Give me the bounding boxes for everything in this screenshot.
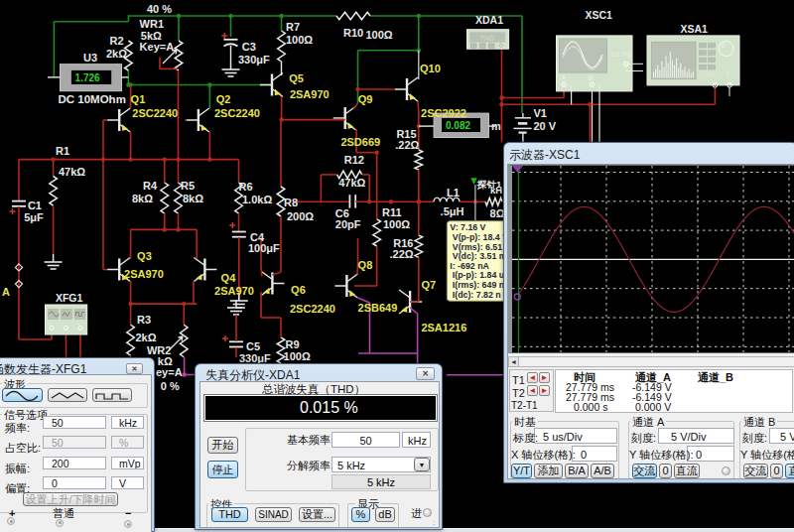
svg-text:1.0kΩ: 1.0kΩ <box>242 194 272 205</box>
svg-text:2SA970: 2SA970 <box>124 268 164 280</box>
svg-text:B: B <box>589 74 594 81</box>
svg-text:R4: R4 <box>143 180 158 192</box>
svg-text:R10: R10 <box>343 27 363 39</box>
svg-text:V(dc): 3.51 m: V(dc): 3.51 m <box>453 251 507 261</box>
svg-text:C1: C1 <box>28 200 42 211</box>
svg-text:XSC1: XSC1 <box>586 9 613 21</box>
svg-text:Q10: Q10 <box>420 63 441 74</box>
svg-text:20 V: 20 V <box>534 120 557 132</box>
svg-text:XFG1: XFG1 <box>56 292 83 304</box>
svg-text:2SC2922: 2SC2922 <box>421 107 466 119</box>
svg-text:.22Ω: .22Ω <box>390 248 414 260</box>
svg-text:330μF: 330μF <box>239 352 271 364</box>
svg-text:Q9: Q9 <box>358 93 373 105</box>
svg-text:Q4: Q4 <box>221 272 237 284</box>
svg-text:R3: R3 <box>137 314 151 326</box>
svg-text:Q1: Q1 <box>131 93 146 105</box>
svg-text:V: 7.16 V: V: 7.16 V <box>450 222 485 232</box>
svg-text:2SD669: 2SD669 <box>340 136 380 148</box>
svg-text:R9: R9 <box>286 338 300 350</box>
svg-text:Q7: Q7 <box>421 279 436 291</box>
svg-text:WR1: WR1 <box>140 18 164 30</box>
svg-text:200Ω: 200Ω <box>287 210 314 222</box>
svg-text:100Ω: 100Ω <box>286 34 313 46</box>
svg-text:R11: R11 <box>382 206 402 218</box>
svg-text:T: T <box>726 70 730 79</box>
svg-text:R12: R12 <box>344 154 364 166</box>
svg-text:R7: R7 <box>286 21 300 33</box>
svg-text:2SC2240: 2SC2240 <box>290 303 335 315</box>
svg-text:R2: R2 <box>110 35 124 47</box>
svg-text:.5μH: .5μH <box>441 205 464 217</box>
svg-text:2kΩ: 2kΩ <box>106 48 127 60</box>
svg-text:20pF: 20pF <box>335 218 361 230</box>
svg-text:IN: IN <box>706 70 714 79</box>
svg-text:C5: C5 <box>246 340 260 352</box>
svg-text:ey=A: ey=A <box>156 366 183 378</box>
svg-text:1.726: 1.726 <box>75 72 100 83</box>
svg-text:A: A <box>561 74 566 81</box>
svg-text:47kΩ: 47kΩ <box>338 177 365 189</box>
svg-text:+: + <box>48 321 52 327</box>
svg-text:m: m <box>491 120 501 132</box>
svg-text:.22Ω: .22Ω <box>395 139 419 151</box>
svg-text:100Ω: 100Ω <box>383 218 410 230</box>
svg-text:V(p-p): 18.4 V: V(p-p): 18.4 V <box>453 232 508 242</box>
svg-text:Key=A: Key=A <box>140 41 175 53</box>
svg-text:V(rms): 6.51 V: V(rms): 6.51 V <box>453 242 511 252</box>
svg-text:Q6: Q6 <box>291 284 306 296</box>
svg-text:R5: R5 <box>181 180 195 192</box>
svg-text:Q3: Q3 <box>137 250 152 262</box>
svg-text:8kΩ: 8kΩ <box>183 193 203 204</box>
svg-text:XSA1: XSA1 <box>681 23 709 35</box>
svg-text:Q5: Q5 <box>289 72 304 84</box>
svg-text:0 %: 0 % <box>161 380 180 392</box>
svg-text:8kΩ: 8kΩ <box>132 193 153 204</box>
svg-text:Ext Trg: Ext Trg <box>610 51 631 59</box>
svg-text:0.082: 0.082 <box>446 120 470 131</box>
svg-text:2SC2240: 2SC2240 <box>214 107 260 119</box>
svg-text:L1: L1 <box>447 187 460 199</box>
svg-text:V1: V1 <box>534 107 547 119</box>
svg-text:5μF: 5μF <box>24 211 44 223</box>
svg-text:40 %: 40 % <box>147 3 172 15</box>
svg-text:I(dc): 7.82 n: I(dc): 7.82 n <box>453 290 501 300</box>
svg-text:U3: U3 <box>83 52 97 64</box>
svg-text:A: A <box>2 286 10 298</box>
svg-text:R1: R1 <box>56 145 69 157</box>
svg-text:2SA1216: 2SA1216 <box>421 322 466 333</box>
svg-text:I(rms): 649 n: I(rms): 649 n <box>453 280 504 290</box>
svg-text:Q2: Q2 <box>216 93 231 105</box>
svg-text:Q8: Q8 <box>358 259 373 271</box>
svg-text:2kΩ: 2kΩ <box>136 332 157 343</box>
svg-text:I: -692 nA: I: -692 nA <box>450 261 489 271</box>
svg-text:XDA1: XDA1 <box>475 14 503 26</box>
svg-text:C3: C3 <box>242 41 256 53</box>
svg-text:47kΩ: 47kΩ <box>59 166 85 178</box>
svg-text:THD: THD <box>480 35 494 42</box>
svg-text:100Ω: 100Ω <box>366 29 393 41</box>
svg-text:2SA970: 2SA970 <box>214 285 254 297</box>
svg-text:100Ω: 100Ω <box>284 350 311 362</box>
svg-text:R8: R8 <box>284 197 298 208</box>
svg-text:DC 10MOhm: DC 10MOhm <box>59 93 126 105</box>
svg-text:I(p-p): 1.84 u: I(p-p): 1.84 u <box>453 270 504 280</box>
svg-text:2SC2240: 2SC2240 <box>132 107 178 119</box>
svg-text:330μF: 330μF <box>238 54 270 66</box>
svg-text:C4: C4 <box>250 231 265 243</box>
svg-text:100μF: 100μF <box>248 242 280 254</box>
svg-text:R6: R6 <box>239 181 253 193</box>
svg-text:2SB649: 2SB649 <box>358 302 398 314</box>
svg-text:5kΩ: 5kΩ <box>141 30 162 42</box>
svg-text:kH: kH <box>490 185 502 196</box>
svg-text:2SA970: 2SA970 <box>290 88 330 100</box>
